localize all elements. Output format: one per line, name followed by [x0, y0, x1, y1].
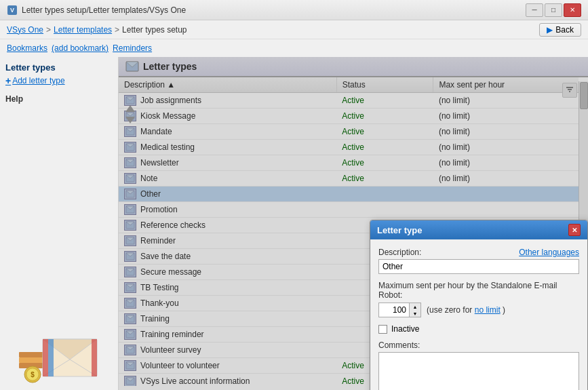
description-field-label: Description: [378, 248, 421, 257]
add-bookmark-link[interactable]: (add bookmark) [52, 43, 109, 53]
title-bar-left: V Letter types setup/Letter templates/VS… [7, 5, 186, 16]
title-bar: V Letter types setup/Letter templates/VS… [0, 0, 588, 20]
max-spinner[interactable]: ▲ ▼ [378, 303, 421, 317]
no-limit-link[interactable]: no limit [475, 305, 501, 315]
inactive-checkbox[interactable] [378, 325, 387, 334]
max-per-hour-label: Maximum sent per hour by the Standalone … [378, 281, 579, 300]
description-input[interactable] [378, 259, 579, 274]
app-icon: V [7, 5, 18, 16]
svg-rect-10 [48, 339, 54, 376]
max-per-hour-input-row: ▲ ▼ (use zero for no limit ) [378, 303, 579, 317]
svg-rect-9 [43, 339, 48, 376]
sidebar-title: Letter types [5, 62, 113, 73]
modal-overlay: Letter type ✕ Description: Other languag… [119, 57, 588, 390]
nav-bar: VSys One > Letter templates > Letter typ… [0, 20, 588, 39]
back-button[interactable]: ▶ Back [539, 23, 581, 37]
dialog-title: Letter type [377, 225, 422, 235]
dialog-close-button[interactable]: ✕ [568, 224, 581, 236]
help-section-label: Help [5, 94, 113, 104]
minimize-button[interactable]: ─ [526, 3, 543, 17]
letter-type-dialog: Letter type ✕ Description: Other languag… [370, 220, 588, 390]
breadcrumb-current: Letter types setup [122, 25, 187, 35]
inactive-label: Inactive [391, 324, 419, 334]
mail-graphic-icon: $ [16, 326, 104, 387]
description-field-row: Description: Other languages [378, 248, 579, 274]
inactive-row: Inactive [378, 324, 579, 334]
back-icon: ▶ [547, 25, 553, 35]
add-letter-type-link[interactable]: + Add letter type [5, 75, 113, 86]
toolbar: Bookmarks (add bookmark) Reminders [0, 39, 588, 57]
close-window-button[interactable]: ✕ [564, 3, 581, 17]
description-label-row: Description: Other languages [378, 248, 579, 257]
sort-down-arrow[interactable] [125, 117, 135, 123]
svg-text:$: $ [31, 371, 35, 378]
add-letter-type-label: Add letter type [12, 76, 64, 85]
content-area: Letter types Description ▲ Status Max se… [119, 57, 588, 390]
svg-text:V: V [10, 7, 14, 14]
dialog-titlebar: Letter type ✕ [370, 220, 587, 239]
back-label: Back [555, 25, 574, 35]
sort-up-arrow[interactable] [125, 105, 135, 112]
comments-textarea[interactable] [378, 352, 579, 390]
comments-section: Comments: [378, 340, 579, 390]
add-plus-icon: + [5, 75, 11, 86]
window-title: Letter types setup/Letter templates/VSys… [22, 5, 186, 15]
max-per-hour-row: Maximum sent per hour by the Standalone … [378, 281, 579, 300]
spinner-down-button[interactable]: ▼ [410, 310, 420, 317]
maximize-button[interactable]: □ [545, 3, 562, 17]
comments-label: Comments: [378, 340, 579, 350]
spinner-buttons: ▲ ▼ [409, 303, 421, 317]
breadcrumb-letter-templates[interactable]: Letter templates [54, 25, 112, 35]
max-value-input[interactable] [378, 303, 409, 317]
no-limit-text: (use zero for no limit ) [427, 305, 505, 315]
reminders-link[interactable]: Reminders [113, 43, 152, 53]
dialog-body: Description: Other languages Maximum sen… [370, 239, 587, 390]
breadcrumb-sep2: > [115, 25, 119, 35]
window-controls: ─ □ ✕ [526, 3, 581, 17]
spinner-up-button[interactable]: ▲ [410, 303, 420, 310]
bookmarks-link[interactable]: Bookmarks [7, 43, 47, 53]
breadcrumb: VSys One > Letter templates > Letter typ… [7, 25, 187, 35]
breadcrumb-vsys-one[interactable]: VSys One [7, 25, 43, 35]
other-languages-link[interactable]: Other languages [519, 248, 579, 257]
breadcrumb-sep1: > [46, 25, 51, 35]
decorative-graphic: $ [0, 322, 119, 390]
main-area: Letter types + Add letter type Help [0, 57, 588, 390]
svg-rect-11 [92, 339, 97, 376]
sidebar: Letter types + Add letter type Help [0, 57, 119, 390]
